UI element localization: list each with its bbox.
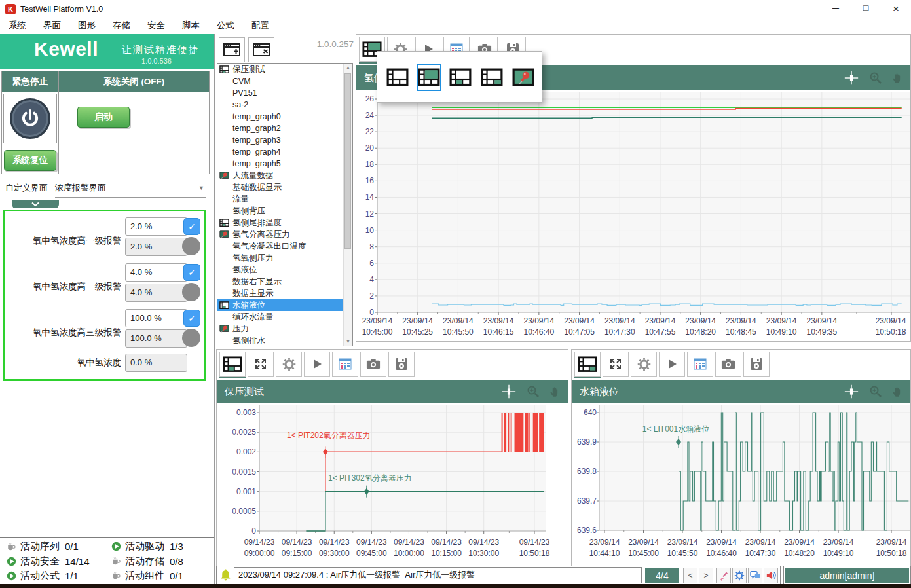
tree-item[interactable]: PV151 (217, 87, 352, 99)
alarm-bell-icon[interactable] (220, 568, 231, 582)
layout-option[interactable] (385, 64, 410, 91)
pan-hand-icon[interactable] (892, 386, 904, 397)
menu-item[interactable]: 图形 (69, 20, 104, 31)
gear-button[interactable] (276, 352, 302, 377)
sound-button[interactable] (764, 568, 778, 583)
scrollbar-thumb[interactable] (344, 73, 351, 249)
tree-item[interactable]: CVM (217, 75, 352, 87)
pan-hand-icon[interactable] (549, 386, 561, 397)
tree-item[interactable]: 数据右下显示 (217, 276, 352, 287)
close-button[interactable]: × (881, 3, 911, 16)
tank-chart[interactable]: 639.6639.7639.8639.964023/09/1410:44:102… (572, 403, 911, 567)
main-chart[interactable]: 0246810121416182022242623/09/1410:45:002… (356, 90, 910, 342)
layout-option[interactable] (448, 64, 473, 91)
crosshair-icon[interactable] (844, 70, 859, 86)
tree-item[interactable]: 氢液位 (217, 264, 352, 276)
alarm-level2-enable-checkbox[interactable]: ✓ (183, 264, 200, 281)
crosshair-icon[interactable] (844, 384, 859, 399)
messages-button[interactable] (748, 568, 762, 583)
alarm-level1-enable-checkbox[interactable]: ✓ (183, 218, 200, 235)
play-button[interactable] (659, 352, 685, 377)
tree-item[interactable]: 数据主显示 (217, 287, 352, 299)
table-button[interactable] (332, 352, 358, 377)
layout-option[interactable] (479, 64, 504, 91)
menu-item[interactable]: 脚本 (174, 20, 208, 31)
custom-ui-dropdown[interactable]: 浓度报警界面 (55, 182, 206, 198)
zoom-in-icon[interactable] (869, 385, 882, 398)
alarm-settings-button[interactable] (732, 568, 747, 583)
alarm-level3-setpoint-input[interactable]: 100.0 % (125, 309, 187, 327)
close-window-button[interactable] (248, 37, 274, 62)
save-button[interactable] (743, 352, 770, 377)
camera-button[interactable] (360, 352, 386, 377)
tree-item[interactable]: 保压测试 (217, 64, 352, 75)
emergency-stop-button[interactable] (10, 98, 50, 139)
menu-item[interactable]: 公式 (208, 20, 243, 31)
alarm-level2-feedback-input[interactable]: 4.0 % (125, 284, 187, 302)
tree-item[interactable]: 循环水流量 (217, 311, 352, 323)
tree-item-label: 氢侧排水 (232, 335, 265, 346)
collapse-tab[interactable] (12, 200, 59, 208)
tree-item[interactable]: 氢氧侧压力 (217, 252, 352, 264)
svg-text:23/09/14: 23/09/14 (402, 316, 433, 325)
tree-item[interactable]: temp_graph5 (217, 158, 352, 170)
menu-item[interactable]: 界面 (35, 20, 69, 31)
menu-item[interactable]: 系统 (0, 20, 35, 31)
system-reset-button[interactable]: 系统复位 (4, 150, 56, 171)
tree-scrollbar[interactable]: ▲ ▼ (343, 64, 352, 346)
scroll-up-icon[interactable]: ▲ (344, 65, 352, 71)
tree-item[interactable]: 氢侧排水 (217, 335, 352, 346)
alarm-level3-enable-checkbox[interactable]: ✓ (183, 310, 200, 327)
svg-text:10:49:10: 10:49:10 (766, 327, 797, 337)
layout-option-pinned[interactable] (511, 64, 536, 91)
pressure-chart[interactable]: 00.00050.0010.00150.0020.00250.00309/14/… (217, 403, 569, 567)
tree-item[interactable]: sa-2 (217, 99, 352, 111)
zoom-in-icon[interactable] (527, 385, 540, 398)
alarm-level3-feedback-input[interactable]: 100.0 % (125, 329, 187, 348)
tree-item[interactable]: 氢侧背压 (217, 205, 352, 217)
alarm-level2-setpoint-input[interactable]: 4.0 % (125, 263, 187, 282)
menu-item[interactable]: 配置 (243, 20, 278, 31)
table-button[interactable] (687, 352, 713, 377)
alarm-level1-feedback-input[interactable]: 2.0 % (125, 238, 187, 256)
tree-item[interactable]: 氢侧尾排温度 (217, 217, 352, 229)
tree-item[interactable]: 水箱液位 (217, 299, 352, 311)
save-button[interactable] (388, 352, 415, 377)
tree-item[interactable]: 流量 (217, 193, 352, 205)
layout-button[interactable] (219, 352, 246, 377)
tree-item-label: CVM (232, 77, 251, 86)
scroll-down-icon[interactable]: ▼ (344, 339, 352, 344)
minimize-button[interactable]: ─ (821, 3, 851, 16)
layout-option[interactable] (417, 64, 441, 91)
menu-item[interactable]: 安全 (139, 20, 174, 31)
start-button[interactable]: 启动 (77, 107, 130, 128)
tree-item[interactable]: 基础数据显示 (217, 181, 352, 193)
tree-item[interactable]: temp_graph0 (217, 111, 352, 122)
gear-button[interactable] (631, 352, 657, 377)
tree-item-label: 氢侧尾排温度 (232, 217, 282, 229)
tree-item[interactable]: temp_graph3 (217, 134, 352, 146)
expand-button[interactable] (603, 352, 629, 377)
prev-page-button[interactable]: < (683, 568, 697, 583)
next-page-button[interactable]: > (699, 568, 713, 583)
tree-item[interactable]: 压力 (217, 323, 352, 335)
tree-item[interactable]: temp_graph4 (217, 146, 352, 158)
tree-item[interactable]: temp_graph2 (217, 122, 352, 134)
tree-item[interactable]: 大流量数据 (217, 170, 352, 181)
tree-item[interactable]: 氢气分离器压力 (217, 229, 352, 240)
play-button[interactable] (304, 352, 330, 377)
pan-hand-icon[interactable] (892, 72, 904, 84)
tree-item[interactable]: 氢气冷凝器出口温度 (217, 240, 352, 252)
add-window-button[interactable] (219, 37, 245, 62)
clear-alarms-button[interactable] (716, 568, 731, 583)
pressure-chart-title: 保压测试 (217, 386, 264, 398)
zoom-in-icon[interactable] (869, 71, 882, 84)
menu-item[interactable]: 存储 (104, 20, 139, 31)
layout-button[interactable] (574, 352, 601, 377)
user-badge[interactable]: admin[admin] (783, 566, 911, 585)
maximize-button[interactable]: □ (851, 3, 881, 16)
camera-button[interactable] (715, 352, 741, 377)
alarm-level1-setpoint-input[interactable]: 2.0 % (125, 217, 187, 236)
crosshair-icon[interactable] (501, 384, 517, 399)
expand-button[interactable] (248, 352, 274, 377)
